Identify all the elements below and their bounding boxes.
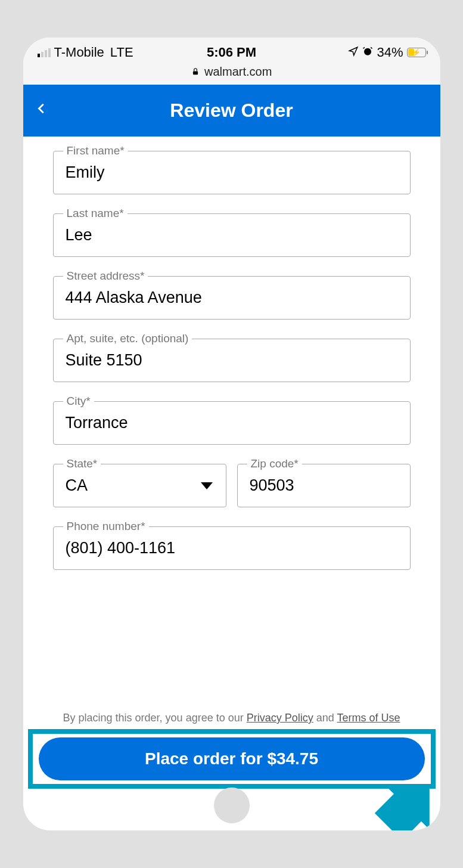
svg-point-0 bbox=[364, 48, 371, 55]
state-field[interactable]: State* CA bbox=[53, 464, 226, 507]
last-name-label: Last name* bbox=[63, 207, 128, 220]
zip-code-input[interactable] bbox=[250, 476, 398, 495]
zip-code-label: Zip code* bbox=[247, 457, 302, 470]
url-bar: walmart.com bbox=[23, 63, 440, 85]
city-label: City* bbox=[63, 395, 94, 408]
street-address-input[interactable] bbox=[66, 289, 398, 307]
apt-suite-label: Apt, suite, etc. (optional) bbox=[63, 332, 192, 345]
location-icon bbox=[348, 45, 359, 60]
street-address-label: Street address* bbox=[63, 269, 148, 283]
street-address-field[interactable]: Street address* bbox=[53, 276, 411, 320]
phone-number-label: Phone number* bbox=[63, 520, 149, 533]
network-label: LTE bbox=[110, 45, 133, 60]
state-label: State* bbox=[63, 457, 101, 470]
agreement-text: By placing this order, you agree to our … bbox=[23, 712, 440, 729]
carrier-label: T-Mobile bbox=[54, 45, 104, 60]
signal-bars-icon bbox=[38, 48, 51, 57]
battery-icon: ⚡ bbox=[407, 48, 426, 57]
city-field[interactable]: City* bbox=[53, 401, 411, 445]
battery-percent-label: 34% bbox=[377, 45, 403, 60]
terms-of-use-link[interactable]: Terms of Use bbox=[337, 712, 400, 724]
phone-number-field[interactable]: Phone number* bbox=[53, 526, 411, 570]
status-bar: T-Mobile LTE 5:06 PM 34% ⚡ bbox=[23, 38, 440, 63]
privacy-policy-link[interactable]: Privacy Policy bbox=[247, 712, 313, 724]
agreement-prefix: By placing this order, you agree to our bbox=[63, 712, 247, 724]
url-domain: walmart.com bbox=[204, 65, 272, 78]
apt-suite-field[interactable]: Apt, suite, etc. (optional) bbox=[53, 339, 411, 382]
home-indicator[interactable] bbox=[214, 788, 250, 823]
clock-label: 5:06 PM bbox=[207, 45, 256, 60]
zip-code-field[interactable]: Zip code* bbox=[237, 464, 411, 507]
phone-number-input[interactable] bbox=[66, 539, 398, 557]
chevron-down-icon bbox=[201, 482, 213, 489]
phone-frame: T-Mobile LTE 5:06 PM 34% ⚡ walmart.com bbox=[23, 38, 440, 830]
first-name-input[interactable] bbox=[66, 163, 398, 182]
alarm-icon bbox=[362, 45, 373, 60]
last-name-input[interactable] bbox=[66, 226, 398, 244]
tutorial-arrow-icon bbox=[369, 774, 440, 830]
svg-rect-1 bbox=[193, 71, 198, 75]
lock-icon bbox=[191, 67, 202, 78]
agreement-and: and bbox=[313, 712, 337, 724]
first-name-field[interactable]: First name* bbox=[53, 151, 411, 194]
place-order-button[interactable]: Place order for $34.75 bbox=[39, 737, 425, 780]
page-title: Review Order bbox=[170, 100, 293, 122]
svg-marker-2 bbox=[369, 774, 440, 830]
form-content: First name* Last name* Street address* A… bbox=[23, 137, 440, 643]
state-value: CA bbox=[66, 476, 88, 494]
last-name-field[interactable]: Last name* bbox=[53, 213, 411, 257]
status-left: T-Mobile LTE bbox=[38, 45, 133, 60]
city-input[interactable] bbox=[66, 414, 398, 432]
app-header: Review Order bbox=[23, 85, 440, 137]
first-name-label: First name* bbox=[63, 144, 128, 157]
apt-suite-input[interactable] bbox=[66, 351, 398, 370]
status-right: 34% ⚡ bbox=[348, 45, 425, 60]
back-button[interactable] bbox=[35, 99, 48, 122]
